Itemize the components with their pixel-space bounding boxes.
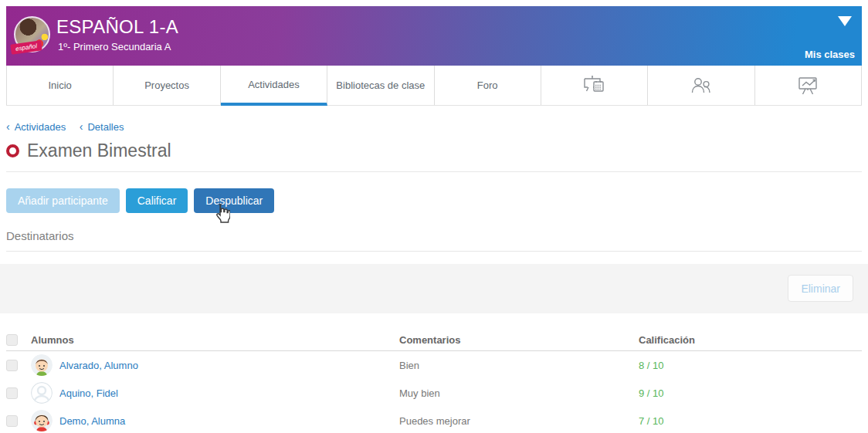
divider xyxy=(6,171,862,172)
members-icon xyxy=(689,76,714,96)
tab-actividades[interactable]: Actividades xyxy=(221,66,327,106)
student-name-link[interactable]: Demo, Alumna xyxy=(59,415,125,427)
chevron-down-icon[interactable] xyxy=(838,16,852,26)
student-name-link[interactable]: Aquino, Fidel xyxy=(59,387,118,399)
tab-planner[interactable] xyxy=(541,66,648,105)
table-row: Aquino, Fidel Muy bien 9 / 10 xyxy=(6,379,862,407)
selection-toolbar: Eliminar xyxy=(0,264,868,313)
column-header-grade: Calificación xyxy=(639,334,862,346)
tab-bar: Inicio Proyectos Actividades Bibliotecas… xyxy=(6,66,862,106)
recipients-section-label: Destinatarios xyxy=(6,229,862,242)
student-cell: Aquino, Fidel xyxy=(31,382,399,404)
row-checkbox[interactable] xyxy=(6,415,18,427)
comment-cell: Bien xyxy=(399,360,639,371)
student-name-link[interactable]: Alvarado, Alumno xyxy=(59,360,138,371)
tab-bibliotecas[interactable]: Bibliotecas de clase xyxy=(327,66,434,105)
delete-button[interactable]: Eliminar xyxy=(788,275,853,302)
action-buttons: Añadir participante Calificar Despublica… xyxy=(6,188,862,213)
student-cell: Demo, Alumna xyxy=(31,410,399,431)
class-avatar-ribbon: español xyxy=(10,40,42,54)
my-classes-link[interactable]: Mis clases xyxy=(805,49,855,60)
class-subtitle: 1º- Primero Secundaria A xyxy=(58,41,171,52)
row-checkbox[interactable] xyxy=(6,360,18,371)
progress-chart-icon xyxy=(796,75,819,96)
grade-cell: 7 / 10 xyxy=(639,415,862,427)
comment-cell: Muy bien xyxy=(399,387,639,399)
select-all-checkbox[interactable] xyxy=(6,334,18,346)
tab-foro-label: Foro xyxy=(477,79,498,91)
table-header-row: Alumnos Comentarios Calificación xyxy=(6,330,862,351)
breadcrumb-separator: ‹ xyxy=(80,120,83,133)
main-content: ‹Actividades ‹Detalles Examen Bimestral … xyxy=(0,120,868,433)
tab-actividades-label: Actividades xyxy=(248,79,299,90)
recipients-table: Alumnos Comentarios Calificación xyxy=(6,330,862,433)
breadcrumb-actividades[interactable]: ‹Actividades xyxy=(6,121,66,133)
row-checkbox[interactable] xyxy=(6,387,18,399)
unpublish-button[interactable]: Despublicar xyxy=(194,188,274,213)
tab-progress[interactable] xyxy=(755,66,862,105)
page: español ESPAÑOL 1-A 1º- Primero Secundar… xyxy=(0,0,868,433)
page-title: Examen Bimestral xyxy=(27,140,171,161)
grade-cell: 9 / 10 xyxy=(639,387,862,399)
table-row: Demo, Alumna Puedes mejorar 7 / 10 xyxy=(6,407,862,433)
tab-proyectos-label: Proyectos xyxy=(144,79,189,91)
class-header: español ESPAÑOL 1-A 1º- Primero Secundar… xyxy=(6,6,862,66)
tab-inicio-label: Inicio xyxy=(49,79,72,91)
student-cell: Alvarado, Alumno xyxy=(31,354,399,376)
student-avatar xyxy=(31,354,53,376)
breadcrumb: ‹Actividades ‹Detalles xyxy=(6,120,862,133)
tab-foro[interactable]: Foro xyxy=(435,66,541,105)
divider xyxy=(6,251,862,252)
class-title: ESPAÑOL 1-A xyxy=(56,16,178,38)
tab-proyectos[interactable]: Proyectos xyxy=(114,66,220,105)
breadcrumb-detalles[interactable]: ‹Detalles xyxy=(80,121,124,133)
table-row: Alvarado, Alumno Bien 8 / 10 xyxy=(6,351,862,379)
breadcrumb-separator: ‹ xyxy=(6,120,10,133)
title-row: Examen Bimestral xyxy=(6,140,862,161)
grade-button[interactable]: Calificar xyxy=(126,188,188,213)
board-calendar-icon xyxy=(582,75,606,96)
tab-bibliotecas-label: Bibliotecas de clase xyxy=(336,79,425,91)
comment-cell: Puedes mejorar xyxy=(399,415,639,427)
grade-cell: 8 / 10 xyxy=(639,360,862,371)
tab-members[interactable] xyxy=(648,66,754,105)
activity-status-ring-icon xyxy=(6,144,19,157)
column-header-comments: Comentarios xyxy=(399,334,639,346)
tab-inicio[interactable]: Inicio xyxy=(6,66,114,105)
add-participant-button[interactable]: Añadir participante xyxy=(6,188,120,213)
student-avatar-placeholder xyxy=(31,382,53,404)
class-avatar: español xyxy=(14,16,50,52)
student-avatar xyxy=(31,410,53,431)
column-header-students: Alumnos xyxy=(31,334,399,346)
